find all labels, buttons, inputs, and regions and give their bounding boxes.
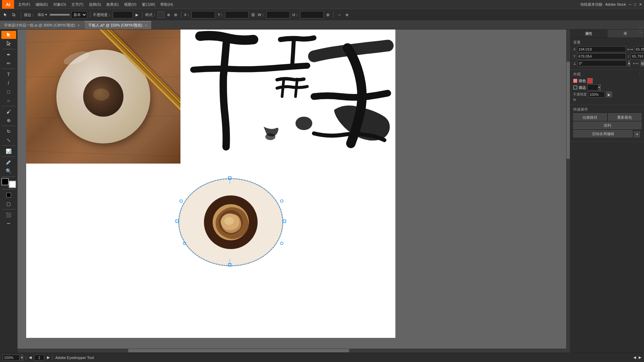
menu-edit[interactable]: 编辑(E) (33, 0, 51, 9)
next-page-btn[interactable]: ▶ (47, 355, 50, 360)
menu-select[interactable]: 选择(S) (86, 0, 104, 9)
style-swatch[interactable] (158, 11, 164, 18)
menu-effect[interactable]: 效果(E) (104, 0, 121, 9)
global-edit-expand[interactable]: ▾ (634, 131, 640, 137)
opacity-expand-arrow[interactable]: ▶ (606, 92, 612, 98)
toolbox-sep-3 (2, 106, 15, 106)
direct-select-btn[interactable] (11, 10, 18, 19)
background-color[interactable] (9, 181, 16, 188)
scroll-right-btn[interactable]: ▶ (639, 355, 641, 360)
h-coord-input[interactable] (631, 53, 644, 59)
stroke-value[interactable]: ▾ (587, 84, 601, 90)
opacity-expand-btn[interactable]: ▶ (134, 10, 140, 19)
menu-type[interactable]: 文字(T) (69, 0, 86, 9)
canvas-area[interactable] (17, 29, 570, 353)
h-scrollbar-thumb[interactable] (128, 349, 349, 352)
foreground-color[interactable] (1, 178, 9, 185)
flip-options-btn[interactable]: ⊞ (641, 60, 644, 66)
svg-point-13 (280, 242, 283, 245)
fill-stroke-btn[interactable] (1, 191, 16, 199)
window-close[interactable]: ✕ (639, 2, 642, 7)
align-btn[interactable]: ↔ (336, 10, 343, 19)
paintbrush-tool[interactable]: 🖌 (1, 108, 16, 116)
svg-point-6 (224, 217, 234, 225)
recolor-btn[interactable]: 重新着色 (608, 113, 642, 121)
panel-collapse-icons (638, 27, 644, 33)
menu-window[interactable]: 窗口(W) (139, 0, 158, 9)
toolbox-sep-9 (2, 209, 15, 209)
arrange-btn[interactable]: 排列 (573, 122, 641, 129)
style-options-btn[interactable]: ⊕ (166, 10, 171, 19)
zoom-input[interactable] (3, 355, 19, 361)
line-tool[interactable]: / (1, 79, 16, 87)
selection-tool[interactable] (1, 31, 16, 39)
zoom-tool[interactable]: 🔍 (1, 167, 16, 175)
y-coord-input[interactable] (577, 53, 626, 59)
angle-down-btn[interactable]: ▾ (628, 60, 630, 66)
tab-0-close[interactable]: ✕ (77, 23, 80, 27)
window-minimize[interactable]: ─ (629, 2, 632, 6)
opacity-input[interactable]: 100% (113, 11, 133, 18)
stroke-indicator[interactable] (573, 85, 577, 89)
rotate-tool[interactable]: ↻ (1, 127, 16, 135)
opacity-display-input[interactable] (588, 92, 605, 98)
tab-1[interactable]: 千板人.ai* @ 150% (CMYK/预览) ✕ (84, 21, 152, 29)
canvas-v-scrollbar[interactable] (566, 29, 570, 353)
pencil-tool[interactable]: ✏ (1, 59, 16, 67)
quick-actions-section: 快速操作 位移路径 重新着色 排列 启动全局编辑 ▾ (571, 105, 644, 142)
link-dimensions-btn[interactable]: ⛓ (250, 10, 256, 19)
logo-vector[interactable] (167, 170, 294, 271)
window-maximize[interactable]: □ (634, 2, 636, 6)
y-input[interactable]: 679.054 (225, 11, 249, 18)
tab-1-close[interactable]: ✕ (145, 23, 147, 27)
status-sep-1 (26, 355, 26, 360)
menu-object[interactable]: 对象(O) (51, 0, 69, 9)
blend-mode-select[interactable]: 基本 (71, 11, 87, 18)
tab-0[interactable]: 字体设计作品一组.ai @ 300% (CMYK/预览) ✕ (0, 21, 84, 29)
global-edit-btn[interactable]: 启动全局编辑 (573, 130, 633, 137)
fill-indicator[interactable] (573, 79, 577, 83)
fill-swatch[interactable] (587, 78, 593, 83)
pathfinder-btn[interactable]: ⊕ (344, 10, 350, 19)
graph-tool[interactable]: 📊 (1, 147, 16, 155)
arrange-icon-btn[interactable]: ⊞ (173, 10, 178, 19)
h-input[interactable]: 65.793 m (300, 11, 324, 18)
stroke-mode-btn[interactable]: 描边 ▾ (36, 10, 48, 19)
scroll-left-btn[interactable]: ◀ (633, 355, 636, 360)
angle-input[interactable] (578, 60, 627, 66)
view-modes-btn[interactable]: ▢ (1, 200, 16, 208)
page-number-input[interactable] (34, 355, 44, 361)
transform-title-label: 变量 (573, 40, 581, 45)
panel-tab-properties[interactable]: 属性 (571, 29, 607, 38)
x-coord-input[interactable] (577, 46, 626, 52)
prev-page-btn[interactable]: ◀ (29, 355, 32, 360)
panel-icon-sep-1 (639, 27, 643, 28)
offset-path-btn[interactable]: 位移路径 (573, 113, 607, 121)
color-pair[interactable] (1, 178, 16, 188)
eyedropper-tool[interactable]: 💉 (1, 158, 16, 166)
type-tool[interactable]: T (1, 70, 16, 78)
select-tool-btn[interactable] (2, 10, 9, 19)
direct-select-tool[interactable] (1, 40, 16, 48)
stroke-expand-btn[interactable]: ▾ (598, 85, 600, 90)
v-scrollbar-thumb[interactable] (567, 62, 570, 159)
blob-brush-tool[interactable]: ⊕ (1, 116, 16, 124)
canvas-h-scrollbar[interactable] (17, 349, 570, 353)
screen-mode-btn[interactable]: ⬛ (1, 211, 16, 219)
scale-tool[interactable]: ⤡ (1, 136, 16, 144)
ellipse-tool[interactable]: ○ (1, 97, 16, 105)
w-input[interactable]: 65.953 m (266, 11, 290, 18)
appearance-expand[interactable]: ⋮ (638, 72, 641, 76)
zoom-dropdown-btn[interactable]: ▾ (21, 355, 23, 361)
menu-view[interactable]: 视图(V) (121, 0, 139, 9)
rect-tool[interactable]: □ (1, 88, 16, 96)
toolbar-sep-2 (90, 11, 90, 18)
toolbar-sep-3 (142, 11, 143, 18)
menu-help[interactable]: 帮助(H) (158, 0, 175, 9)
menu-file[interactable]: 文件(F) (15, 0, 33, 9)
w-coord-input[interactable] (634, 46, 644, 52)
transform-options-btn[interactable]: ⊞ (325, 10, 331, 19)
x-input[interactable]: 194.019 (192, 11, 215, 18)
more-tools-btn[interactable]: ••• (1, 220, 16, 228)
pen-tool[interactable]: ✒ (1, 51, 16, 59)
